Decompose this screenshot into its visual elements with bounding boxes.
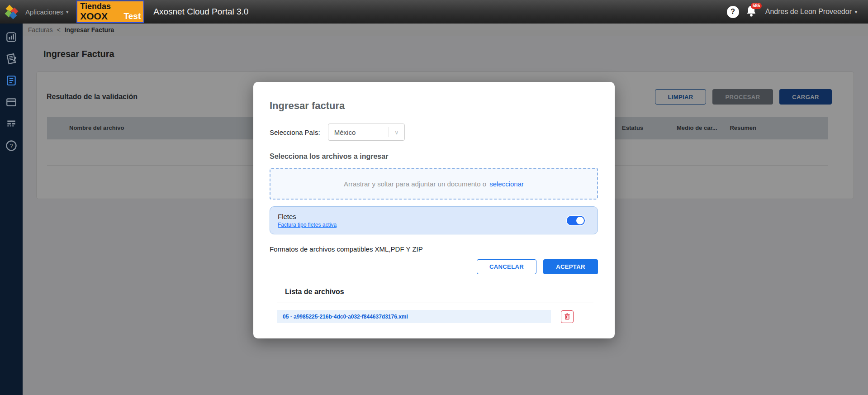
dropzone-select-link[interactable]: seleccionar	[489, 180, 524, 188]
aceptar-button[interactable]: ACEPTAR	[543, 259, 598, 274]
app-title: Axosnet Cloud Portal 3.0	[153, 7, 248, 17]
modal-title: Ingresar factura	[270, 100, 598, 112]
axosnet-logo-icon	[5, 5, 19, 19]
files-section-title: Selecciona los archivos a ingresar	[270, 152, 598, 161]
help-button[interactable]: ?	[727, 6, 739, 18]
tenant-env-badge: Test	[124, 11, 141, 21]
delete-file-button[interactable]	[561, 310, 574, 323]
file-row: 05 - a9985225-216b-4dc0-a032-f844637d317…	[277, 310, 598, 323]
formats-text: Formatos de archivos compatibles XML,PDF…	[270, 245, 598, 253]
tenant-logo[interactable]: Tiendas XOOX Test	[76, 0, 144, 23]
sidebar-item-ayuda[interactable]: ?	[3, 138, 19, 154]
fletes-link[interactable]: Factura tipo fletes activa	[278, 222, 337, 228]
table-rows-icon	[5, 118, 17, 130]
file-name[interactable]: 05 - a9985225-216b-4dc0-a032-f844637d317…	[277, 310, 551, 323]
question-mark-icon: ?	[730, 8, 735, 16]
document-lines-icon	[5, 75, 17, 86]
ingresar-factura-modal: Ingresar factura Selecciona País: México…	[253, 82, 615, 338]
user-name: Andres de Leon Proveedor	[765, 8, 852, 16]
tenant-line2: XOOX	[80, 11, 108, 21]
sidebar-item-pagos[interactable]	[3, 94, 19, 110]
country-selected-value: México	[328, 128, 389, 136]
cancelar-button[interactable]: CANCELAR	[477, 259, 536, 274]
topbar: Aplicaciones ▾ Tiendas XOOX Test Axosnet…	[0, 0, 868, 24]
bar-chart-icon	[5, 31, 17, 43]
svg-text:?: ?	[9, 143, 13, 149]
chevron-down-icon: ▾	[855, 10, 857, 14]
notification-badge: 585	[751, 3, 762, 9]
sidebar-item-reports[interactable]	[3, 51, 19, 67]
file-list-section: Lista de archivos 05 - a9985225-216b-4dc…	[277, 288, 598, 323]
country-select[interactable]: México ∨	[328, 124, 405, 141]
toggle-knob	[576, 217, 584, 224]
sidebar: ?	[0, 24, 23, 395]
fletes-panel: Fletes Factura tipo fletes activa	[270, 206, 598, 234]
fletes-title: Fletes	[278, 213, 337, 220]
chevron-down-icon: ▾	[66, 10, 68, 14]
chevron-down-icon: ∨	[389, 129, 404, 136]
question-circle-icon: ?	[5, 139, 18, 152]
sidebar-item-facturas[interactable]	[3, 72, 19, 89]
fletes-toggle[interactable]	[566, 215, 586, 226]
toggle-track	[567, 216, 585, 225]
dropzone-text: Arrastrar y soltar para adjuntar un docu…	[344, 180, 486, 188]
user-menu[interactable]: Andres de Leon Proveedor ▾	[765, 8, 857, 16]
tenant-line1: Tiendas	[80, 2, 141, 11]
country-label: Selecciona País:	[270, 128, 320, 136]
credit-card-icon	[5, 96, 17, 108]
notifications-button[interactable]: 585	[745, 5, 759, 19]
trash-icon	[564, 313, 570, 320]
file-list-title: Lista de archivos	[277, 288, 598, 296]
applications-label: Aplicaciones	[25, 8, 63, 16]
applications-menu[interactable]: Aplicaciones ▾	[25, 8, 68, 16]
sidebar-item-catalogos[interactable]	[3, 116, 19, 132]
sidebar-item-dashboard[interactable]	[3, 29, 19, 45]
file-dropzone[interactable]: Arrastrar y soltar para adjuntar un docu…	[270, 168, 598, 200]
file-list-divider	[277, 303, 593, 303]
clipboard-pencil-icon	[4, 52, 19, 66]
